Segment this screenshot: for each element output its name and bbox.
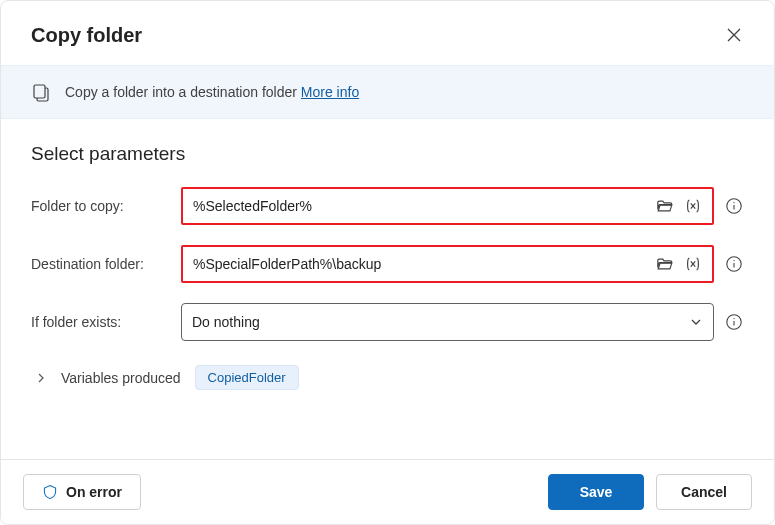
svg-point-2: [733, 202, 734, 203]
cancel-button[interactable]: Cancel: [656, 474, 752, 510]
info-icon: [725, 313, 743, 331]
browse-folder-button[interactable]: [656, 197, 674, 215]
destination-folder-label: Destination folder:: [31, 256, 171, 272]
close-button[interactable]: [718, 19, 750, 51]
shield-icon: [42, 484, 58, 500]
destination-folder-input-wrap[interactable]: [181, 245, 714, 283]
destination-folder-input[interactable]: [193, 256, 656, 272]
chevron-down-icon: [689, 315, 703, 329]
if-exists-info[interactable]: [724, 312, 744, 332]
variable-icon: [684, 255, 702, 273]
folder-to-copy-info[interactable]: [724, 196, 744, 216]
if-exists-label: If folder exists:: [31, 314, 171, 330]
svg-point-6: [733, 318, 734, 319]
destination-folder-info[interactable]: [724, 254, 744, 274]
on-error-button[interactable]: On error: [23, 474, 141, 510]
variable-chip[interactable]: CopiedFolder: [195, 365, 299, 390]
info-banner: Copy a folder into a destination folder …: [1, 65, 774, 119]
dialog-title: Copy folder: [31, 24, 142, 47]
svg-rect-0: [34, 85, 45, 98]
more-info-link[interactable]: More info: [301, 84, 359, 100]
save-button[interactable]: Save: [548, 474, 644, 510]
folder-to-copy-input-wrap[interactable]: [181, 187, 714, 225]
folder-to-copy-input[interactable]: [193, 198, 656, 214]
banner-description: Copy a folder into a destination folder: [65, 84, 301, 100]
variables-expand-toggle[interactable]: [35, 372, 47, 384]
on-error-label: On error: [66, 484, 122, 500]
copy-folder-icon: [31, 82, 51, 102]
banner-text: Copy a folder into a destination folder …: [65, 84, 359, 100]
if-exists-value: Do nothing: [192, 314, 260, 330]
svg-point-4: [733, 260, 734, 261]
folder-open-icon: [656, 255, 674, 273]
info-icon: [725, 197, 743, 215]
browse-destination-button[interactable]: [656, 255, 674, 273]
folder-open-icon: [656, 197, 674, 215]
variables-produced-label: Variables produced: [61, 370, 181, 386]
section-title: Select parameters: [31, 143, 744, 165]
folder-to-copy-label: Folder to copy:: [31, 198, 171, 214]
chevron-right-icon: [35, 372, 47, 384]
insert-variable-button-2[interactable]: [684, 255, 702, 273]
insert-variable-button[interactable]: [684, 197, 702, 215]
close-icon: [727, 28, 741, 42]
if-exists-select[interactable]: Do nothing: [181, 303, 714, 341]
info-icon: [725, 255, 743, 273]
variable-icon: [684, 197, 702, 215]
